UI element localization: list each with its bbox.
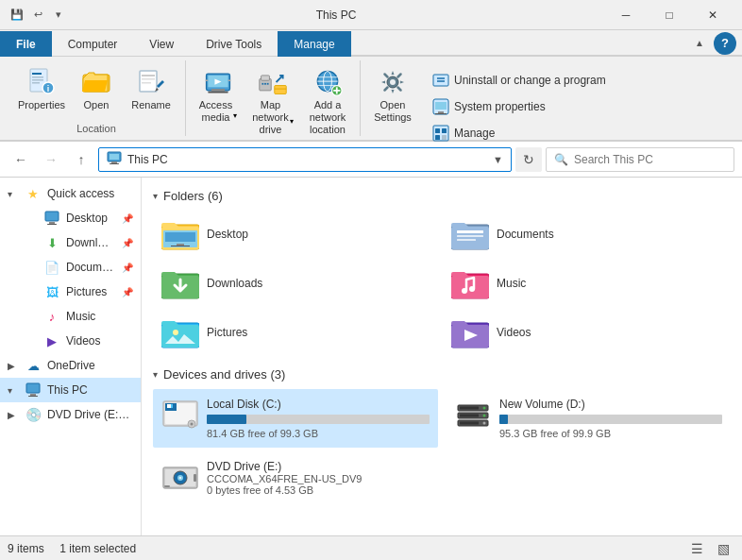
open-settings-button[interactable]: Open Settings	[368, 64, 417, 127]
tab-manage[interactable]: Manage	[278, 31, 350, 57]
folders-section-header[interactable]: ▾ Folders (6)	[153, 189, 731, 203]
quick-access-label: Quick access	[47, 187, 133, 200]
this-pc-label: This PC	[47, 383, 133, 397]
add-network-location-label: Add a networklocation	[308, 99, 347, 137]
manage-label: Manage	[454, 127, 495, 140]
tab-drive-tools[interactable]: Drive Tools	[190, 31, 278, 57]
rename-button[interactable]: Rename	[125, 64, 177, 114]
address-input[interactable]: This PC ▼	[98, 147, 512, 172]
sidebar: ▾ ★ Quick access Desktop 📌 ⬇ Downloads 📌	[0, 178, 142, 535]
sidebar-item-dvd-drive[interactable]: ▶ 💿 DVD Drive (E:) CC	[0, 402, 141, 427]
svg-point-84	[191, 423, 194, 426]
svg-point-74	[173, 330, 178, 335]
svg-rect-89	[460, 415, 479, 417]
ribbon-group-network: Accessmedia ▾	[186, 60, 361, 136]
drive-d[interactable]: New Volume (D:) 95.3 GB free of 99.9 GB	[446, 389, 731, 448]
svg-rect-58	[165, 232, 195, 242]
drive-d-bar	[499, 415, 508, 424]
sidebar-item-quick-access[interactable]: ▾ ★ Quick access	[0, 181, 141, 206]
selected-count: 1 item selected	[59, 542, 136, 555]
tab-computer[interactable]: Computer	[52, 31, 134, 57]
access-media-button[interactable]: Accessmedia ▾	[194, 64, 243, 127]
svg-rect-88	[460, 407, 479, 410]
svg-rect-82	[171, 404, 173, 408]
drive-c-bar-container	[207, 415, 430, 424]
pictures-label: Pictures	[66, 285, 114, 298]
drive-c-info: Local Disk (C:) 81.4 GB free of 99.3 GB	[207, 398, 430, 439]
uninstall-icon	[431, 71, 450, 90]
up-button[interactable]: ↑	[68, 147, 94, 172]
ribbon-collapse-arrow[interactable]: ▲	[695, 38, 704, 48]
svg-rect-99	[194, 474, 196, 482]
sidebar-item-pictures[interactable]: 🖼 Pictures 📌	[19, 280, 141, 304]
sidebar-item-this-pc[interactable]: ▾ This PC	[0, 378, 141, 402]
address-dropdown-arrow[interactable]: ▼	[493, 154, 503, 165]
drive-d-info: New Volume (D:) 95.3 GB free of 99.9 GB	[499, 398, 722, 439]
forward-button[interactable]: →	[38, 147, 64, 172]
computer-icon	[107, 150, 122, 168]
svg-rect-81	[167, 404, 171, 408]
uninstall-program-button[interactable]: Uninstall or change a program	[425, 68, 614, 93]
dvd-drive-info: DVD Drive (E:) CCCOMA_X64FRE_EN-US_DV9 0…	[207, 460, 722, 496]
quick-access-icon: ★	[25, 185, 42, 202]
system-properties-button[interactable]: System properties	[425, 94, 614, 119]
folder-videos[interactable]: Videos	[443, 309, 731, 356]
downloads-label: Downloads	[66, 236, 114, 249]
content-area: ▾ Folders (6) Desktop	[142, 178, 742, 535]
dvd-icon: 💿	[25, 406, 42, 423]
add-network-location-button[interactable]: Add a networklocation	[303, 64, 352, 140]
tab-view[interactable]: View	[133, 31, 190, 57]
refresh-button[interactable]: ↻	[515, 147, 542, 172]
downloads-icon: ⬇	[43, 234, 60, 251]
this-pc-expand-icon: ▾	[8, 385, 19, 396]
sidebar-item-onedrive[interactable]: ▶ ☁ OneDrive	[0, 353, 141, 378]
list-view-button[interactable]: ☰	[685, 539, 708, 558]
details-view-button[interactable]: ▧	[712, 539, 734, 558]
folder-music[interactable]: Music	[443, 260, 731, 307]
location-group-label: Location	[15, 121, 177, 136]
back-button[interactable]: ←	[8, 147, 34, 172]
search-box[interactable]: 🔍	[546, 147, 734, 172]
quick-access-undo[interactable]: ↩	[28, 6, 47, 25]
close-button[interactable]: ✕	[691, 0, 734, 30]
folder-downloads[interactable]: Downloads	[153, 260, 441, 307]
folder-pictures[interactable]: Pictures	[153, 309, 441, 356]
folder-documents[interactable]: Documents	[443, 211, 731, 258]
rename-label: Rename	[131, 99, 171, 111]
ribbon-group-system: Open Settings Uninstall or change a prog…	[361, 60, 621, 136]
devices-section-title: Devices and drives (3)	[163, 367, 285, 382]
drive-dvd[interactable]: DVD Drive (E:) CCCOMA_X64FRE_EN-US_DV9 0…	[153, 451, 731, 504]
quick-access-save[interactable]: 💾	[8, 6, 26, 25]
svg-rect-51	[47, 224, 57, 225]
status-info: 9 items 1 item selected	[8, 542, 136, 555]
sidebar-item-documents[interactable]: 📄 Documents 📌	[19, 255, 141, 280]
window-controls: ─ □ ✕	[604, 0, 734, 30]
help-button[interactable]: ?	[714, 32, 736, 55]
folder-desktop[interactable]: Desktop	[153, 211, 441, 258]
minimize-button[interactable]: ─	[604, 0, 648, 30]
ribbon-network-buttons: Accessmedia ▾	[194, 60, 352, 140]
title-bar: 💾 ↩ ▾ This PC ─ □ ✕	[0, 0, 742, 30]
map-network-drive-button[interactable]: Map networkdrive ▾	[248, 64, 297, 140]
sidebar-item-music[interactable]: ♪ Music	[19, 304, 141, 329]
folder-documents-label: Documents	[497, 228, 554, 241]
desktop-label: Desktop	[66, 212, 114, 225]
quick-access-dropdown[interactable]: ▾	[49, 6, 68, 25]
sidebar-item-videos[interactable]: ▶ Videos	[19, 329, 141, 353]
svg-rect-59	[177, 244, 184, 246]
drive-c[interactable]: Local Disk (C:) 81.4 GB free of 99.3 GB	[153, 389, 438, 448]
maximize-button[interactable]: □	[648, 0, 691, 30]
devices-section-header[interactable]: ▾ Devices and drives (3)	[153, 367, 731, 382]
drive-c-bar	[207, 415, 246, 424]
devices-chevron-icon: ▾	[153, 369, 158, 380]
svg-rect-8	[140, 71, 157, 92]
svg-rect-50	[49, 222, 55, 224]
sidebar-item-desktop[interactable]: Desktop 📌	[19, 206, 141, 230]
tab-file[interactable]: File	[0, 31, 52, 57]
svg-rect-15	[211, 89, 225, 92]
properties-button[interactable]: i Properties	[15, 64, 68, 114]
quick-access-expand-icon: ▾	[8, 189, 19, 199]
open-button[interactable]: Open	[70, 64, 123, 114]
sidebar-item-downloads[interactable]: ⬇ Downloads 📌	[19, 230, 141, 255]
search-input[interactable]	[574, 153, 726, 166]
